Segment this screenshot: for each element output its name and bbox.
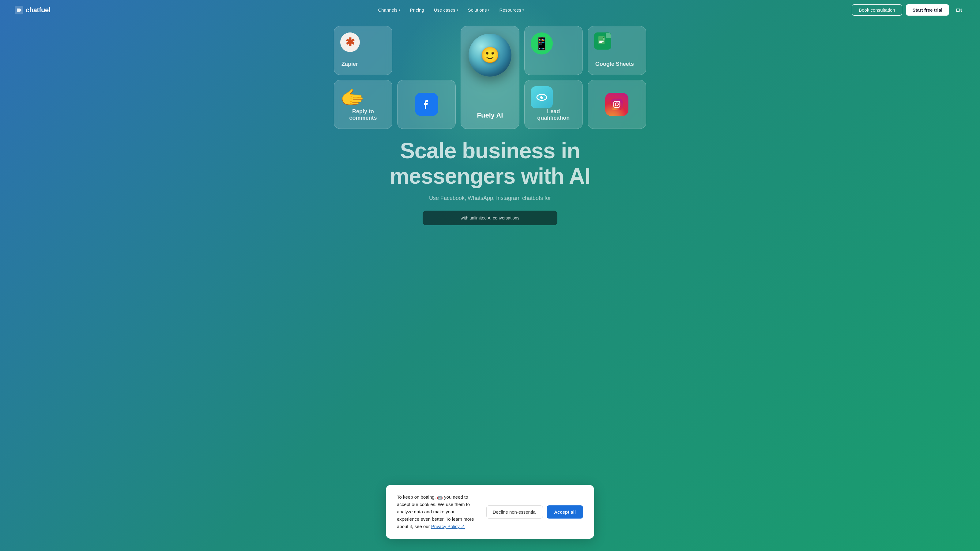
logo[interactable]: chatfuel [15,6,50,14]
svg-rect-4 [599,40,604,40]
logo-text: chatfuel [26,6,50,14]
chevron-down-icon: ▾ [488,8,489,12]
nav-item-solutions[interactable]: Solutions ▾ [468,7,490,13]
hero-subtitle: Use Facebook, WhatsApp, Instagram chatbo… [6,195,974,202]
fuely-sphere: 🙂 [469,34,511,76]
card-fuely-label: Fuely AI [477,111,503,119]
lead-eye-icon [531,86,553,108]
hero-title: Scale business in messengers with AI [352,138,628,189]
nav-actions: Book consultation Start free trial EN [852,4,965,16]
fuely-smile-icon: 🙂 [480,46,500,64]
card-facebook[interactable] [397,80,456,129]
nav-item-resources[interactable]: Resources ▾ [499,7,524,13]
svg-point-15 [619,101,620,103]
language-selector[interactable]: EN [953,5,965,14]
svg-rect-6 [599,42,602,43]
google-sheets-icon [594,32,611,49]
chevron-down-icon: ▾ [457,8,458,12]
hero-text: Scale business in messengers with AI Use… [0,129,980,229]
card-whatsapp[interactable]: 📱 [524,26,583,75]
card-instagram[interactable] [588,80,646,129]
svg-rect-7 [603,38,605,40]
privacy-policy-link[interactable]: Privacy Policy ↗ [431,524,465,529]
svg-point-1 [20,9,21,11]
chevron-down-icon: ▾ [399,8,400,12]
reply-hand-icon: 🫱 [340,86,365,109]
book-consultation-button[interactable]: Book consultation [852,4,902,16]
cookie-banner: To keep on botting, 🤖 you need to accept… [386,485,594,539]
card-fuely[interactable]: 🙂 Fuely AI [461,26,519,129]
facebook-icon [415,93,438,116]
card-gsheets-label: Google Sheets [595,61,634,67]
zapier-icon: ✱ [340,32,360,52]
chevron-down-icon: ▾ [522,8,524,12]
card-lead-label: Lead qualification [532,108,575,121]
accept-cookies-button[interactable]: Accept all [547,505,583,519]
card-google-sheets[interactable]: Google Sheets [588,26,646,75]
card-reply-comments[interactable]: 🫱 Reply to comments [334,80,392,129]
cta-bar: with unlimited AI conversations [423,211,557,225]
svg-point-11 [542,96,543,97]
nav-item-usecases[interactable]: Use cases ▾ [434,7,458,13]
cta-bar-text: with unlimited AI conversations [461,216,519,221]
nav-item-pricing[interactable]: Pricing [410,7,424,13]
card-zapier-label: Zapier [342,61,358,67]
svg-point-10 [540,96,543,99]
card-lead-qualification[interactable]: Lead qualification [524,80,583,129]
hero-section: ✱ Zapier 🙂 Fuely AI 📱 [0,20,980,229]
cookie-text: To keep on botting, 🤖 you need to accept… [397,494,477,530]
card-zapier[interactable]: ✱ Zapier [334,26,392,75]
card-reply-label: Reply to comments [342,108,385,121]
cookie-actions: Decline non-essential Accept all [486,505,583,519]
nav-item-channels[interactable]: Channels ▾ [378,7,400,13]
instagram-icon [605,93,628,116]
svg-rect-12 [611,98,623,110]
start-trial-button[interactable]: Start free trial [906,4,950,16]
decline-cookies-button[interactable]: Decline non-essential [486,505,543,519]
integration-cards-grid: ✱ Zapier 🙂 Fuely AI 📱 [321,26,659,129]
svg-rect-5 [599,41,604,41]
navbar: chatfuel Channels ▾ Pricing Use cases ▾ … [0,0,980,20]
whatsapp-icon: 📱 [531,32,553,54]
nav-links: Channels ▾ Pricing Use cases ▾ Solutions… [378,7,524,13]
